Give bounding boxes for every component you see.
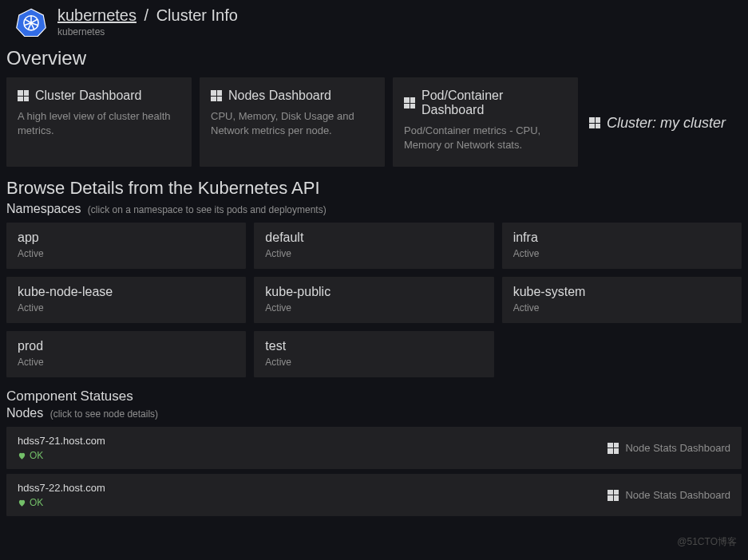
card-title-text: Nodes Dashboard xyxy=(228,89,331,103)
dashboard-icon xyxy=(608,443,619,454)
namespace-status: Active xyxy=(265,357,482,368)
namespace-card-kube-node-lease[interactable]: kube-node-lease Active xyxy=(6,277,246,323)
node-name: hdss7-22.host.com xyxy=(18,482,105,494)
node-row[interactable]: hdss7-21.host.com OK Node Stats Dashboar… xyxy=(6,427,742,469)
namespaces-label: Namespaces xyxy=(6,202,81,215)
namespace-status: Active xyxy=(513,302,730,314)
dashboard-icon xyxy=(18,90,29,101)
breadcrumb: kubernetes / Cluster Info xyxy=(57,6,238,25)
node-name: hdss7-21.host.com xyxy=(18,435,105,447)
namespace-card-app[interactable]: app Active xyxy=(6,223,246,269)
node-status-text: OK xyxy=(30,450,43,461)
dashboard-icon xyxy=(404,97,415,108)
namespace-name: test xyxy=(265,339,482,353)
namespace-status: Active xyxy=(265,248,482,259)
namespaces-grid: app Active default Active infra Active k… xyxy=(0,223,748,388)
component-statuses-title: Component Statuses xyxy=(0,388,748,404)
card-description: CPU, Memory, Disk Usage and Network metr… xyxy=(211,109,374,138)
nodes-label: Nodes xyxy=(6,406,43,420)
namespace-card-kube-public[interactable]: kube-public Active xyxy=(254,277,493,323)
pod-container-dashboard-card[interactable]: Pod/Container Dashboard Pod/Container me… xyxy=(393,77,578,167)
dashboard-icon xyxy=(211,90,222,101)
node-stats-link[interactable]: Node Stats Dashboard xyxy=(608,442,730,454)
node-stats-link[interactable]: Node Stats Dashboard xyxy=(608,489,730,501)
breadcrumb-sub: kubernetes xyxy=(57,26,238,37)
dashboard-icon xyxy=(589,117,600,128)
overview-cards-row: Cluster Dashboard A high level view of c… xyxy=(0,77,748,178)
nodes-list: hdss7-21.host.com OK Node Stats Dashboar… xyxy=(0,427,748,516)
card-title-text: Cluster Dashboard xyxy=(35,89,141,103)
namespace-name: prod xyxy=(18,339,235,353)
breadcrumb-root-link[interactable]: kubernetes xyxy=(57,6,137,24)
nodes-dashboard-card[interactable]: Nodes Dashboard CPU, Memory, Disk Usage … xyxy=(200,77,385,167)
cluster-dashboard-card[interactable]: Cluster Dashboard A high level view of c… xyxy=(6,77,192,167)
card-description: A high level view of cluster health metr… xyxy=(18,109,180,138)
heart-icon xyxy=(18,452,26,460)
nodes-hint: (click to see node details) xyxy=(50,408,158,420)
breadcrumb-page: Cluster Info xyxy=(156,6,238,24)
breadcrumb-separator: / xyxy=(144,6,149,24)
namespace-name: default xyxy=(265,231,482,245)
namespace-name: kube-node-lease xyxy=(18,285,235,299)
namespace-status: Active xyxy=(18,248,235,259)
watermark-text: @51CTO博客 xyxy=(677,535,737,549)
browse-title: Browse Details from the Kubernetes API xyxy=(0,178,748,200)
node-stats-label: Node Stats Dashboard xyxy=(625,489,730,501)
dashboard-icon xyxy=(608,490,619,501)
card-description: Pod/Container metrics - CPU, Memory or N… xyxy=(404,124,567,152)
namespace-card-kube-system[interactable]: kube-system Active xyxy=(502,277,742,323)
page-header: kubernetes / Cluster Info kubernetes xyxy=(0,0,748,45)
cluster-label: Cluster: my cluster xyxy=(589,77,726,167)
namespace-card-test[interactable]: test Active xyxy=(254,331,493,377)
svg-point-9 xyxy=(30,21,33,24)
nodes-heading: Nodes (click to see node details) xyxy=(0,404,748,427)
cluster-name-text: Cluster: my cluster xyxy=(607,115,726,132)
namespace-status: Active xyxy=(513,248,730,259)
namespace-name: app xyxy=(18,231,235,245)
namespace-card-prod[interactable]: prod Active xyxy=(6,331,246,377)
node-row[interactable]: hdss7-22.host.com OK Node Stats Dashboar… xyxy=(6,474,742,516)
namespace-name: kube-public xyxy=(265,285,482,299)
overview-title: Overview xyxy=(0,45,748,77)
namespace-status: Active xyxy=(265,302,482,314)
node-status: OK xyxy=(18,497,105,508)
node-status: OK xyxy=(18,450,105,461)
namespace-card-default[interactable]: default Active xyxy=(254,223,493,269)
heart-icon xyxy=(18,499,26,507)
kubernetes-logo-icon xyxy=(16,7,46,37)
namespace-status: Active xyxy=(18,357,235,368)
namespace-status: Active xyxy=(18,302,235,314)
namespace-name: kube-system xyxy=(513,285,730,299)
node-stats-label: Node Stats Dashboard xyxy=(625,442,730,454)
card-title-text: Pod/Container Dashboard xyxy=(421,89,567,117)
namespaces-hint: (click on a namespace to see its pods an… xyxy=(88,204,327,215)
node-status-text: OK xyxy=(30,497,43,508)
namespaces-heading: Namespaces (click on a namespace to see … xyxy=(0,200,748,223)
namespace-name: infra xyxy=(513,231,730,245)
namespace-card-infra[interactable]: infra Active xyxy=(502,223,742,269)
